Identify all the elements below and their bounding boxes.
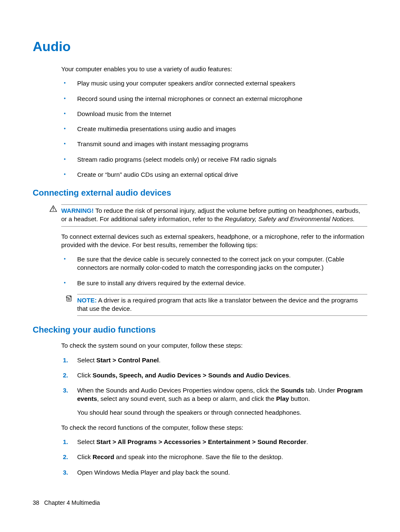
step-text: button. [289,395,310,402]
step-text: Click [77,372,93,379]
section-heading-checking: Checking your audio functions [33,324,367,336]
tips-list: Be sure that the device cable is securel… [61,255,367,287]
list-item: Create or “burn” audio CDs using an exte… [61,170,367,179]
step-bold: Play [276,395,289,402]
step-bold: Start > Control Panel [96,356,159,364]
list-item: When the Sounds and Audio Devices Proper… [61,386,367,417]
step-subtext: You should hear sound through the speake… [77,408,367,417]
step-text: tab. Under [304,387,337,394]
step-bold: Sounds [281,387,304,394]
list-item: Select Start > All Programs > Accessorie… [61,438,367,446]
check-sound-steps: Select Start > Control Panel. Click Soun… [61,356,367,417]
note-text: A driver is a required program that acts… [77,297,358,312]
warning-label: WARNING! [61,207,94,214]
step-text: , select any sound event, such as a beep… [97,395,276,402]
note-label: NOTE: [77,297,97,304]
note-block: NOTE: A driver is a required program tha… [65,294,367,316]
note-icon [65,295,74,305]
page-footer: 38 Chapter 4 Multimedia [33,499,100,507]
step-text: . [289,372,291,379]
list-item: Download music from the Internet [61,110,367,118]
step-text: and speak into the microphone. Save the … [114,453,283,460]
connect-paragraph: To connect external devices such as exte… [61,232,367,250]
list-item: Select Start > Control Panel. [61,356,367,364]
warning-block: WARNING! To reduce the risk of personal … [49,204,367,227]
page-title: Audio [33,38,367,56]
check-record-steps: Select Start > All Programs > Accessorie… [61,438,367,477]
list-item: Be sure to install any drivers required … [61,279,367,287]
feature-list: Play music using your computer speakers … [61,79,367,179]
section-heading-connecting: Connecting external audio devices [33,187,367,199]
step-text: . [159,356,161,364]
list-item: Play music using your computer speakers … [61,79,367,88]
list-item: Click Sounds, Speech, and Audio Devices … [61,371,367,380]
check-sound-paragraph: To check the system sound on your comput… [61,341,367,350]
step-bold: Start > All Programs > Accessories > Ent… [96,438,306,445]
step-text: Select [77,356,96,364]
step-bold: Sounds, Speech, and Audio Devices > Soun… [93,372,289,379]
step-text: Click [77,453,93,460]
intro-paragraph: Your computer enables you to use a varie… [61,65,367,73]
step-text: Select [77,438,96,445]
warning-reference: Regulatory, Safety and Environmental Not… [225,215,355,222]
step-text: . [306,438,308,445]
list-item: Record sound using the internal micropho… [61,95,367,103]
list-item: Open Windows Media Player and play back … [61,468,367,477]
list-item: Be sure that the device cable is securel… [61,255,367,272]
check-record-paragraph: To check the record functions of the com… [61,424,367,432]
step-text: When the Sounds and Audio Devices Proper… [77,387,281,394]
warning-icon [49,205,58,214]
list-item: Create multimedia presentations using au… [61,125,367,133]
list-item: Transmit sound and images with instant m… [61,140,367,148]
chapter-label: Chapter 4 Multimedia [44,499,100,506]
list-item: Click Record and speak into the micropho… [61,453,367,461]
page-number: 38 [33,499,39,506]
svg-point-1 [53,210,54,211]
step-bold: Record [93,453,114,460]
list-item: Stream radio programs (select models onl… [61,155,367,164]
